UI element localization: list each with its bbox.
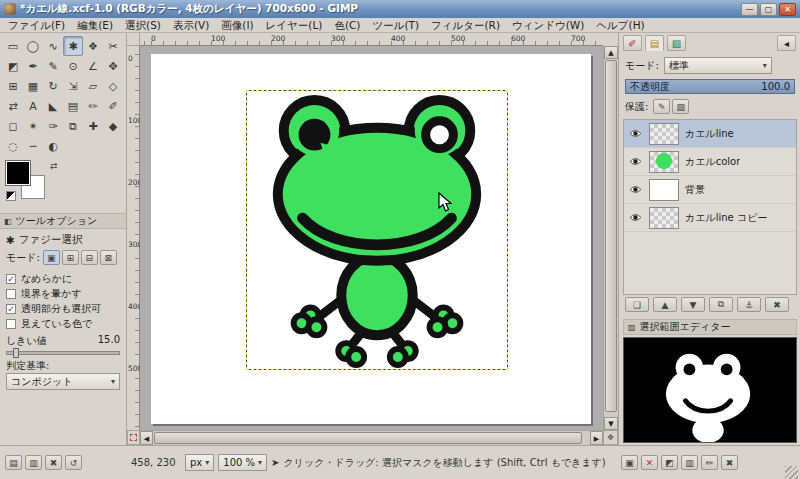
selection-editor-header[interactable]: ▨ 選択範囲エディター xyxy=(623,319,797,335)
menu-item-1[interactable]: 編集(E) xyxy=(71,18,119,33)
layer-mode-dropdown[interactable]: 標準 ▾ xyxy=(664,57,772,74)
scroll-down-icon[interactable]: ▼ xyxy=(604,417,618,430)
raise-layer-icon[interactable]: ▲ xyxy=(653,297,677,312)
save-options-icon[interactable]: ▤ xyxy=(5,455,22,470)
vertical-ruler[interactable]: 0100200300400500 xyxy=(127,46,140,430)
clone-tool[interactable]: ⧉ xyxy=(63,116,83,136)
replace-mode-icon[interactable]: ▣ xyxy=(43,250,60,265)
menu-item-6[interactable]: 色(C) xyxy=(328,18,366,33)
horizontal-scrollbar[interactable]: ◀ ▶ xyxy=(140,430,603,445)
align-tool[interactable]: ⊞ xyxy=(3,76,23,96)
color-picker[interactable]: ✎ xyxy=(43,56,63,76)
paintbrush-tool[interactable]: ✐ xyxy=(103,96,123,116)
smudge-tool[interactable]: ∽ xyxy=(23,136,43,156)
select-none-icon[interactable]: ✕ xyxy=(641,455,658,470)
tool-option-checkbox-0[interactable]: ✓なめらかに xyxy=(6,271,122,286)
measure-tool[interactable]: ∠ xyxy=(83,56,103,76)
quickmask-toggle[interactable] xyxy=(127,430,140,445)
fuzzy-select[interactable]: ✱ xyxy=(63,36,83,56)
close-icon[interactable]: ✕ xyxy=(779,3,796,16)
maximize-icon[interactable]: ▢ xyxy=(760,3,777,16)
visibility-eye-icon[interactable] xyxy=(627,129,643,138)
threshold-groove[interactable] xyxy=(6,351,120,355)
dodge-burn-tool[interactable]: ◐ xyxy=(43,136,63,156)
scissors-select[interactable]: ✂ xyxy=(103,36,123,56)
visibility-eye-icon[interactable] xyxy=(627,213,643,222)
menu-item-8[interactable]: フィルター(R) xyxy=(425,18,506,33)
subtract-mode-icon[interactable]: ⊟ xyxy=(81,250,98,265)
lock-pixels-icon[interactable]: ✎ xyxy=(653,99,670,114)
tool-option-checkbox-3[interactable]: 見えている色で xyxy=(6,316,122,331)
blend-tool[interactable]: ▤ xyxy=(63,96,83,116)
menu-item-3[interactable]: 表示(V) xyxy=(167,18,215,33)
select-all-icon[interactable]: ▣ xyxy=(621,455,638,470)
menu-item-2[interactable]: 選択(S) xyxy=(119,18,167,33)
scroll-left-icon[interactable]: ◀ xyxy=(140,431,153,445)
canvas-viewport[interactable] xyxy=(140,46,603,430)
menu-item-7[interactable]: ツール(T) xyxy=(366,18,425,33)
new-layer-icon[interactable]: ❏ xyxy=(625,297,649,312)
rect-select[interactable]: ▭ xyxy=(3,36,23,56)
delete-selection-icon[interactable]: ✖ xyxy=(721,455,738,470)
reset-options-icon[interactable]: ↺ xyxy=(65,455,82,470)
navigate-icon[interactable]: ✥ xyxy=(603,430,618,445)
tab-menu-icon[interactable]: ◂ xyxy=(777,35,796,51)
layer-row-0[interactable]: カエルline xyxy=(624,120,796,148)
restore-options-icon[interactable]: ▥ xyxy=(25,455,42,470)
delete-options-icon[interactable]: ✖ xyxy=(45,455,62,470)
canvas-page[interactable] xyxy=(151,54,591,424)
perspective-clone-tool[interactable]: ◆ xyxy=(103,116,123,136)
horizontal-scroll-thumb[interactable] xyxy=(154,432,582,444)
menu-item-9[interactable]: ウィンドウ(W) xyxy=(506,18,590,33)
perspective-tool[interactable]: ◇ xyxy=(103,76,123,96)
layer-row-3[interactable]: カエルline コピー xyxy=(624,204,796,232)
intersect-mode-icon[interactable]: ⊠ xyxy=(100,250,117,265)
default-colors-icon[interactable] xyxy=(6,191,16,201)
menu-item-10[interactable]: ヘルプ(H) xyxy=(590,18,650,33)
lower-layer-icon[interactable]: ▼ xyxy=(681,297,705,312)
menu-item-4[interactable]: 画像(I) xyxy=(215,18,259,33)
bucket-fill-tool[interactable]: ◣ xyxy=(43,96,63,116)
scale-tool[interactable]: ⇲ xyxy=(63,76,83,96)
selection-mask-preview[interactable] xyxy=(623,337,797,443)
zoom-tool[interactable]: ⊙ xyxy=(63,56,83,76)
flip-tool[interactable]: ⇄ xyxy=(3,96,23,116)
duplicate-layer-icon[interactable]: ⧉ xyxy=(709,297,733,312)
tool-options-header[interactable]: ◧ ツールオプション xyxy=(0,213,126,229)
foreground-color-swatch[interactable] xyxy=(6,161,30,185)
criterion-dropdown[interactable]: コンポジット ▾ xyxy=(6,373,120,390)
layer-row-1[interactable]: カエルcolor xyxy=(624,148,796,176)
layer-row-2[interactable]: 背景 xyxy=(624,176,796,204)
paths-tool[interactable]: ✒ xyxy=(23,56,43,76)
window-resize-grip[interactable] xyxy=(785,466,798,479)
visibility-eye-icon[interactable] xyxy=(627,157,643,166)
invert-selection-icon[interactable]: ◩ xyxy=(661,455,678,470)
opacity-slider[interactable]: 不透明度 100.0 xyxy=(625,79,795,94)
lock-alpha-icon[interactable]: ▨ xyxy=(672,99,689,114)
threshold-handle[interactable] xyxy=(13,348,19,358)
menu-item-5[interactable]: レイヤー(L) xyxy=(260,18,329,33)
layers-tab-icon[interactable]: ▤ xyxy=(645,35,664,51)
pencil-tool[interactable]: ✏ xyxy=(83,96,103,116)
eraser-tool[interactable]: ◻ xyxy=(3,116,23,136)
menu-item-0[interactable]: ファイル(F) xyxy=(2,18,71,33)
free-select[interactable]: ∿ xyxy=(43,36,63,56)
zoom-dropdown[interactable]: 100 % ▾ xyxy=(218,454,267,471)
scroll-right-icon[interactable]: ▶ xyxy=(590,431,603,445)
shear-tool[interactable]: ▱ xyxy=(83,76,103,96)
window-titlebar[interactable]: *カエル線.xcf-1.0 (RGBカラー, 4枚のレイヤー) 700x600 … xyxy=(0,0,800,18)
heal-tool[interactable]: ✚ xyxy=(83,116,103,136)
rotate-tool[interactable]: ↻ xyxy=(43,76,63,96)
tool-option-checkbox-1[interactable]: 境界を暈かす xyxy=(6,286,122,301)
delete-layer-icon[interactable]: ✖ xyxy=(765,297,789,312)
ellipse-select[interactable]: ◯ xyxy=(23,36,43,56)
minimize-icon[interactable]: — xyxy=(741,3,758,16)
anchor-layer-icon[interactable]: ⚓ xyxy=(737,297,761,312)
move-tool[interactable]: ✥ xyxy=(103,56,123,76)
ink-tool[interactable]: ✑ xyxy=(43,116,63,136)
tool-option-checkbox-2[interactable]: ✓透明部分も選択可 xyxy=(6,301,122,316)
blur-sharpen-tool[interactable]: ◌ xyxy=(3,136,23,156)
scroll-up-icon[interactable]: ▲ xyxy=(604,46,618,59)
gradients-tab-icon[interactable]: ▧ xyxy=(667,35,686,51)
select-by-color[interactable]: ❖ xyxy=(83,36,103,56)
